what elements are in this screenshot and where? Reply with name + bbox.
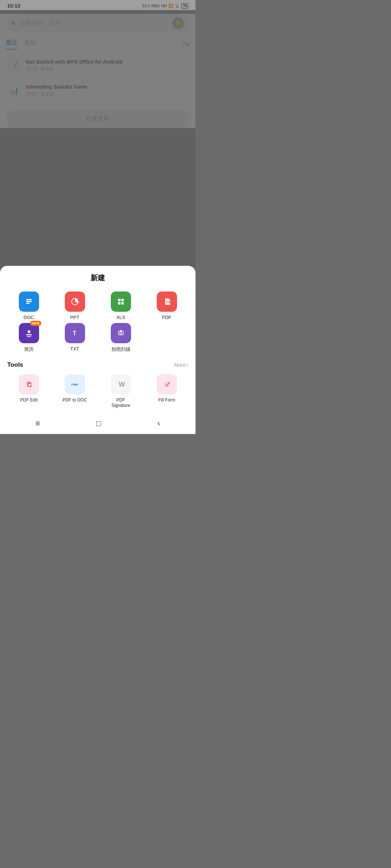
txt-label: TXT (70, 346, 79, 352)
svg-rect-9 (118, 302, 121, 305)
svg-text:T: T (73, 330, 76, 336)
svg-text:PDF: PDF (166, 301, 172, 303)
fill-form-label: Fill Form (158, 397, 175, 403)
pdf-edit-label: PDF Edit (20, 397, 37, 403)
tools-grid: PDF Edit PDF W PDF to DOC W PDF (7, 374, 188, 409)
pdf-new-label: PDF (162, 315, 172, 320)
doc-icon (19, 292, 39, 312)
overlay (0, 0, 196, 275)
svg-rect-6 (115, 296, 126, 307)
scan-label: 拍照扫描 (112, 346, 130, 353)
tool-fill-form[interactable]: Fill Form (145, 374, 188, 409)
sheet-title: 新建 (7, 273, 188, 283)
svg-rect-16 (27, 336, 31, 337)
svg-rect-7 (118, 299, 121, 301)
new-doc-ppt[interactable]: PPT (53, 292, 96, 320)
pdf-new-icon: PDF (157, 292, 177, 312)
tool-pdf-to-doc[interactable]: PDF W PDF to DOC (53, 374, 96, 409)
xls-label: XLS (116, 315, 125, 320)
ppt-label: PPT (70, 315, 79, 320)
new-doc-grid-row1: DOC PPT (7, 292, 188, 320)
svg-rect-3 (26, 303, 30, 304)
nav-bar: ≡ □ ‹ (7, 414, 188, 434)
svg-rect-22 (120, 330, 122, 331)
new-badge: NEW (30, 321, 41, 326)
doc-label: DOC (24, 315, 34, 320)
svg-text:W: W (119, 381, 125, 388)
svg-rect-2 (26, 301, 32, 302)
tool-pdf-signature[interactable]: W PDFSignature (99, 374, 142, 409)
pdf-to-doc-label: PDF to DOC (63, 397, 87, 403)
nav-menu-icon[interactable]: ≡ (35, 419, 40, 428)
svg-rect-1 (26, 299, 32, 300)
svg-rect-19 (115, 328, 126, 339)
scan-icon (111, 323, 131, 343)
new-doc-xls[interactable]: XLS (99, 292, 142, 320)
nav-home-icon[interactable]: □ (96, 419, 101, 428)
resume-icon: NEW (19, 323, 39, 343)
nav-back-icon[interactable]: ‹ (157, 419, 160, 428)
svg-rect-15 (26, 334, 32, 335)
ppt-icon (65, 292, 85, 312)
xls-icon (111, 292, 131, 312)
new-doc-scan[interactable]: 拍照扫描 (99, 323, 142, 353)
pdf-signature-label: PDFSignature (112, 397, 130, 409)
resume-label: 简历 (24, 346, 34, 353)
new-doc-doc[interactable]: DOC (7, 292, 50, 320)
new-doc-grid-row2: NEW 简历 T TXT 拍照扫 (7, 323, 188, 353)
bottom-sheet: 新建 DOC PPT (0, 266, 196, 434)
chevron-right-icon: › (186, 362, 188, 368)
new-doc-resume[interactable]: NEW 简历 (7, 323, 50, 353)
new-doc-pdf[interactable]: PDF PDF (145, 292, 188, 320)
txt-icon: T (65, 323, 85, 343)
svg-rect-10 (121, 302, 124, 305)
svg-rect-8 (121, 299, 124, 301)
pdf-to-doc-icon: PDF W (65, 374, 85, 395)
new-doc-txt[interactable]: T TXT (53, 323, 96, 353)
tools-more-button[interactable]: More › (174, 362, 188, 368)
pdf-edit-icon (19, 374, 39, 395)
tools-title: Tools (7, 361, 23, 369)
fill-form-icon (157, 374, 177, 395)
tool-pdf-edit[interactable]: PDF Edit (7, 374, 50, 409)
svg-text:W: W (75, 383, 78, 386)
pdf-sign-icon: W (111, 374, 131, 395)
tools-header: Tools More › (7, 361, 188, 369)
svg-point-14 (28, 330, 30, 333)
